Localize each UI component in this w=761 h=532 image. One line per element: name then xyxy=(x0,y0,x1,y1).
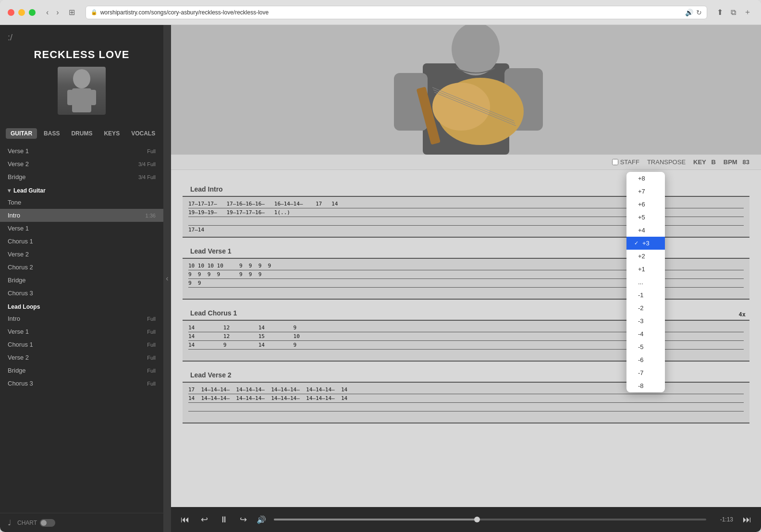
dropdown-item-plus2[interactable]: +2 xyxy=(626,250,665,263)
list-item[interactable]: Verse 2 Full xyxy=(0,351,163,364)
section-name: Chorus 3 xyxy=(8,380,33,387)
minimize-button[interactable] xyxy=(18,9,25,16)
dropdown-item-minus4[interactable]: -4 xyxy=(626,327,665,340)
time-remaining: -1:13 xyxy=(714,516,733,523)
song-title: RECKLESS LOVE xyxy=(8,48,156,61)
lead-guitar-header: ▾ Lead Guitar xyxy=(0,183,163,196)
maximize-button[interactable] xyxy=(29,9,36,16)
section-name: Verse 2 xyxy=(8,160,29,168)
list-item[interactable]: Bridge 3/4 Full xyxy=(0,170,163,183)
play-pause-button[interactable]: ⏸ xyxy=(218,513,230,527)
list-item[interactable]: Chorus 1 xyxy=(0,235,163,248)
list-item[interactable]: Chorus 3 xyxy=(0,287,163,300)
new-tab-button[interactable]: ⧉ xyxy=(729,6,738,19)
music-icon[interactable]: ♩ xyxy=(8,518,12,527)
list-item-intro[interactable]: Intro 1:36 xyxy=(0,209,163,222)
volume-icon[interactable]: 🔊 xyxy=(257,515,266,524)
list-item[interactable]: Verse 2 3/4 Full xyxy=(0,157,163,170)
dropdown-item-minus3[interactable]: -3 xyxy=(626,314,665,327)
dropdown-item-plus4[interactable]: +4 xyxy=(626,224,665,237)
dropdown-item-minus5[interactable]: -5 xyxy=(626,340,665,353)
dropdown-item-minus8[interactable]: -8 xyxy=(626,379,665,392)
collapse-arrow-icon: ‹ xyxy=(166,274,168,283)
chart-toggle[interactable]: CHART xyxy=(17,519,55,527)
nav-buttons: ‹ › xyxy=(43,6,62,19)
transpose-button[interactable]: TRANSPOSE xyxy=(647,158,686,166)
url-text: worshipartistry.com/songs/cory-asbury/re… xyxy=(100,9,682,16)
transpose-dropdown[interactable]: +8 +7 +6 +5 +4 ✓+3 +2 +1 ... -1 -2 -3 -4… xyxy=(626,172,665,392)
dropdown-item-minus6[interactable]: -6 xyxy=(626,353,665,366)
multiplier-badge: 4x xyxy=(739,311,746,318)
svg-rect-2 xyxy=(67,90,73,105)
list-item[interactable]: Chorus 2 xyxy=(0,261,163,274)
progress-thumb[interactable] xyxy=(474,517,480,522)
section-name: Chorus 3 xyxy=(8,290,33,297)
list-item[interactable]: Bridge Full xyxy=(0,364,163,377)
sections-list[interactable]: Verse 1 Full Verse 2 3/4 Full Bridge 3/4… xyxy=(0,143,163,513)
dropdown-item-plus5[interactable]: +5 xyxy=(626,211,665,224)
section-name: Bridge xyxy=(8,367,26,374)
back-button[interactable]: ‹ xyxy=(43,6,51,19)
skip-forward-button[interactable]: ↪ xyxy=(238,512,249,527)
progress-bar[interactable] xyxy=(274,519,706,520)
lead-loops-header: Lead Loops xyxy=(0,300,163,312)
tab-guitar[interactable]: GUITAR xyxy=(6,128,37,139)
tab-drums[interactable]: DRUMS xyxy=(66,128,97,139)
list-item[interactable]: Chorus 1 Full xyxy=(0,338,163,351)
dropdown-item-zero[interactable]: ... xyxy=(626,276,665,289)
video-player[interactable] xyxy=(171,25,761,155)
section-badge: Full xyxy=(147,316,156,322)
key-display: KEY B xyxy=(693,158,716,166)
staff-checkbox-area[interactable]: STAFF xyxy=(612,158,639,166)
section-badge: Full xyxy=(147,342,156,348)
dropdown-item-plus8[interactable]: +8 xyxy=(626,172,665,185)
list-item[interactable]: Intro Full xyxy=(0,312,163,325)
dropdown-item-plus7[interactable]: +7 xyxy=(626,185,665,198)
section-name: Chorus 1 xyxy=(8,341,33,348)
reload-icon[interactable]: ↻ xyxy=(696,9,702,16)
list-item[interactable]: Verse 1 Full xyxy=(0,325,163,338)
list-item[interactable]: Tone xyxy=(0,196,163,209)
dropdown-item-minus7[interactable]: -7 xyxy=(626,366,665,379)
skip-back-button[interactable]: ⏮ xyxy=(179,513,191,527)
section-name: Verse 2 xyxy=(8,354,29,361)
tab-vocals[interactable]: VOCALS xyxy=(126,128,160,139)
list-item[interactable]: Bridge xyxy=(0,274,163,287)
chart-toggle-switch[interactable] xyxy=(40,519,55,527)
browser-frame: ‹ › ⊞ 🔒 worshipartistry.com/songs/cory-a… xyxy=(0,0,761,532)
section-badge: Full xyxy=(147,329,156,335)
sidebar-logo: :/ xyxy=(8,33,156,43)
rewind-button[interactable]: ↩ xyxy=(199,512,210,527)
sidebar-collapse-button[interactable]: ‹ xyxy=(163,25,171,532)
toggle-knob xyxy=(41,520,47,526)
list-item[interactable]: Chorus 3 Full xyxy=(0,377,163,390)
list-item[interactable]: Verse 2 xyxy=(0,248,163,261)
tab-bass[interactable]: BASS xyxy=(39,128,64,139)
dropdown-item-minus1[interactable]: -1 xyxy=(626,289,665,302)
share-button[interactable]: ⬆ xyxy=(715,6,725,19)
staff-checkbox[interactable] xyxy=(612,159,618,165)
dropdown-item-plus3[interactable]: ✓+3 xyxy=(626,237,665,250)
dropdown-item-plus1[interactable]: +1 xyxy=(626,263,665,276)
close-button[interactable] xyxy=(8,9,14,16)
list-item[interactable]: Verse 1 xyxy=(0,222,163,235)
forward-button[interactable]: › xyxy=(53,6,61,19)
dropdown-item-plus6[interactable]: +6 xyxy=(626,198,665,211)
tab-area[interactable]: Lead Intro 17—17—17— 17—16—16—16— 16—14—… xyxy=(171,170,761,507)
end-button[interactable]: ⏭ xyxy=(741,513,753,527)
sidebar-toggle-button[interactable]: ⊞ xyxy=(66,6,78,19)
svg-point-14 xyxy=(452,25,500,75)
section-name: Verse 1 xyxy=(8,225,29,232)
group-label: Lead Loops xyxy=(8,303,40,310)
section-badge: 1:36 xyxy=(146,213,156,218)
tab-keys[interactable]: KEYS xyxy=(99,128,124,139)
dropdown-item-minus2[interactable]: -2 xyxy=(626,302,665,314)
list-item[interactable]: Verse 1 Full xyxy=(0,145,163,157)
svg-rect-1 xyxy=(72,88,91,112)
collapse-icon: ▾ xyxy=(8,187,11,194)
section-name: Verse 2 xyxy=(8,251,29,258)
section-badge: Full xyxy=(147,381,156,387)
add-button[interactable]: ＋ xyxy=(742,5,753,19)
svg-rect-3 xyxy=(90,90,96,105)
url-bar[interactable]: 🔒 worshipartistry.com/songs/cory-asbury/… xyxy=(86,6,707,19)
